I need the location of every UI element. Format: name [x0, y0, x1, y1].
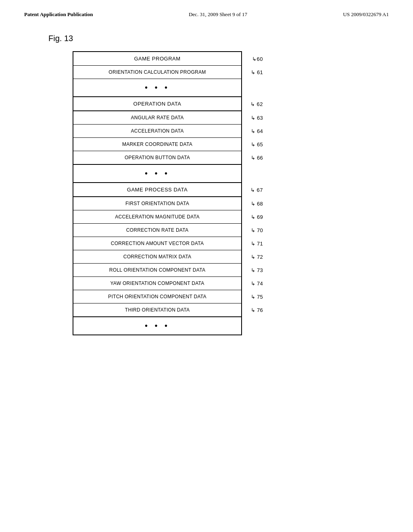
cell-dots-2: • • •	[73, 164, 242, 183]
cell-acceleration1: ACCELERATION DATA ↳ 64	[73, 125, 242, 138]
ref-72: ↳ 72	[251, 254, 263, 260]
ref-63: ↳ 63	[251, 115, 263, 121]
ref-73: ↳ 73	[251, 267, 263, 273]
row-marker-coord: MARKER COORDINATE DATA ↳ 65	[73, 138, 242, 151]
cell-dots-3: • • •	[73, 317, 242, 335]
header-date-sheet: Dec. 31, 2009 Sheet 9 of 17	[189, 11, 247, 18]
cell-correction-matrix: CORRECTION MATRIX DATA ↳ 72	[73, 250, 242, 264]
cell-operation-btn: OPERATION BUTTON DATA ↳ 66	[73, 151, 242, 165]
ref-74: ↳ 74	[251, 281, 263, 287]
diagram-table: GAME PROGRAM ↳ 60 ORIENTATION CALCULATIO…	[73, 51, 242, 335]
cell-accel-magnitude: ACCELERATION MAGNITUDE DATA ↳ 69	[73, 210, 242, 224]
row-yaw-orient: YAW ORIENTATION COMPONENT DATA ↳ 74	[73, 277, 242, 290]
ref-69: ↳ 69	[251, 214, 263, 220]
row-pitch-orient: PITCH ORIENTATION COMPONENT DATA ↳ 75	[73, 290, 242, 303]
header-patent-number: US 2009/0322679 A1	[343, 11, 389, 18]
ref-64: ↳ 64	[251, 128, 263, 134]
cell-angular-rate: ANGULAR RATE DATA ↳ 63	[73, 111, 242, 125]
cell-pitch-orient: PITCH ORIENTATION COMPONENT DATA ↳ 75	[73, 290, 242, 303]
cell-marker-coord: MARKER COORDINATE DATA ↳ 65	[73, 138, 242, 151]
row-operation-data: OPERATION DATA ↳ 62	[73, 97, 242, 111]
row-acceleration1: ACCELERATION DATA ↳ 64	[73, 125, 242, 138]
ref-67: ↳ 67	[250, 187, 263, 193]
ref-75: ↳ 75	[251, 294, 263, 300]
cell-third-orient: THIRD ORIENTATION DATA ↳ 76	[73, 303, 242, 317]
diagram-wrapper: GAME PROGRAM ↳ 60 ORIENTATION CALCULATIO…	[73, 51, 242, 335]
ref-62: ↳ 62	[250, 101, 263, 107]
ref-71: ↳ 71	[251, 241, 263, 247]
cell-first-orient: FIRST ORIENTATION DATA ↳ 68	[73, 197, 242, 210]
ref-70: ↳ 70	[251, 227, 263, 233]
row-dots-1: • • •	[73, 79, 242, 97]
row-orientation-calc: ORIENTATION CALCULATION PROGRAM ↳ 61	[73, 66, 242, 79]
row-third-orient: THIRD ORIENTATION DATA ↳ 76	[73, 303, 242, 317]
page-header: Patent Application Publication Dec. 31, …	[0, 0, 413, 22]
cell-game-process: GAME PROCESS DATA ↳ 67	[73, 183, 242, 197]
ref-60: ↳ 60	[252, 56, 263, 62]
row-game-process: GAME PROCESS DATA ↳ 67	[73, 183, 242, 197]
ref-65: ↳ 65	[251, 141, 263, 148]
row-correction-amount: CORRECTION AMOUNT VECTOR DATA ↳ 71	[73, 237, 242, 250]
row-angular-rate: ANGULAR RATE DATA ↳ 63	[73, 111, 242, 125]
cell-game-program: GAME PROGRAM ↳ 60	[73, 52, 242, 66]
row-correction-matrix: CORRECTION MATRIX DATA ↳ 72	[73, 250, 242, 264]
row-roll-orient: ROLL ORIENTATION COMPONENT DATA ↳ 73	[73, 264, 242, 277]
ref-66: ↳ 66	[251, 155, 263, 161]
ref-68: ↳ 68	[251, 201, 263, 207]
cell-correction-amount: CORRECTION AMOUNT VECTOR DATA ↳ 71	[73, 237, 242, 250]
ref-76: ↳ 76	[251, 307, 263, 313]
row-operation-btn: OPERATION BUTTON DATA ↳ 66	[73, 151, 242, 165]
diagram-container: GAME PROGRAM ↳ 60 ORIENTATION CALCULATIO…	[0, 51, 413, 335]
cell-yaw-orient: YAW ORIENTATION COMPONENT DATA ↳ 74	[73, 277, 242, 290]
figure-label: Fig. 13	[0, 22, 413, 51]
ref-61: ↳ 61	[251, 69, 263, 75]
cell-dots-1: • • •	[73, 79, 242, 97]
cell-correction-rate: CORRECTION RATE DATA ↳ 70	[73, 224, 242, 237]
cell-orientation-calc: ORIENTATION CALCULATION PROGRAM ↳ 61	[73, 66, 242, 79]
cell-roll-orient: ROLL ORIENTATION COMPONENT DATA ↳ 73	[73, 264, 242, 277]
cell-operation-data: OPERATION DATA ↳ 62	[73, 97, 242, 111]
row-correction-rate: CORRECTION RATE DATA ↳ 70	[73, 224, 242, 237]
row-first-orient: FIRST ORIENTATION DATA ↳ 68	[73, 197, 242, 210]
row-dots-3: • • •	[73, 317, 242, 335]
row-accel-magnitude: ACCELERATION MAGNITUDE DATA ↳ 69	[73, 210, 242, 224]
row-dots-2: • • •	[73, 164, 242, 183]
row-game-program: GAME PROGRAM ↳ 60	[73, 52, 242, 66]
header-publication: Patent Application Publication	[24, 11, 93, 18]
